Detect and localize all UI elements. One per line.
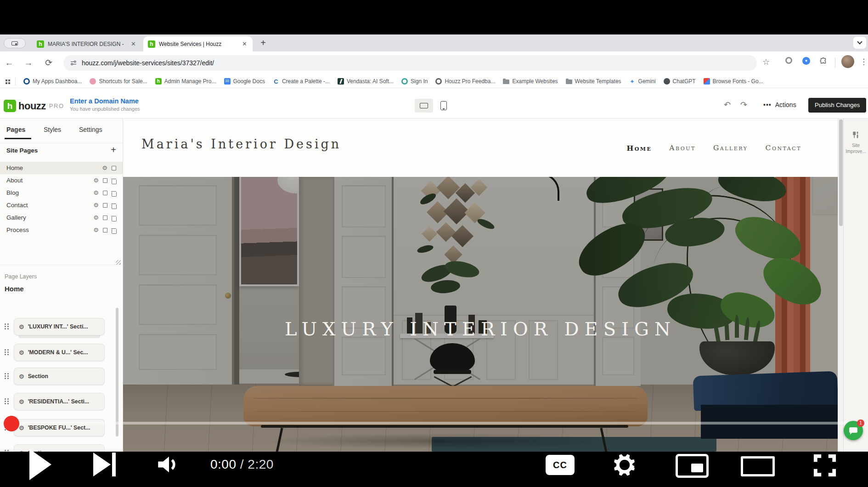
bookmark-star-icon[interactable]: ☆	[762, 57, 770, 67]
profile-avatar[interactable]	[841, 55, 854, 68]
nav-about[interactable]: About	[669, 144, 696, 153]
gear-icon[interactable]: ⚙	[93, 190, 99, 196]
duplicate-icon[interactable]	[103, 191, 107, 195]
hero-section[interactable]: LUXURY INTERIOR DESIGN	[123, 177, 838, 452]
gear-icon[interactable]: ⚙	[19, 350, 24, 356]
preview-site-header[interactable]: Maria's Interior Design Home About Galle…	[123, 119, 838, 177]
apps-grid-icon[interactable]	[6, 79, 7, 81]
duplicate-icon[interactable]	[103, 228, 107, 232]
new-tab-button[interactable]: +	[257, 37, 269, 49]
extension-icon[interactable]	[785, 57, 792, 64]
bookmark-vendasta[interactable]: Vendasta: AI Soft...	[336, 78, 395, 85]
nav-contact[interactable]: Contact	[766, 144, 801, 153]
chat-fab[interactable]: 1	[844, 421, 863, 440]
gear-icon[interactable]: ⚙	[93, 177, 99, 183]
layer-card-modern[interactable]: ⚙'MODERN & U...' Sec...	[14, 344, 105, 361]
bookmark-gemini[interactable]: ✦Gemini	[627, 78, 658, 85]
trash-icon[interactable]	[112, 178, 116, 184]
actions-menu[interactable]: •••Actions	[763, 101, 796, 108]
sidebar-page-about[interactable]: About ⚙	[0, 174, 123, 187]
duplicate-icon[interactable]	[112, 166, 116, 170]
scrollbar-thumb[interactable]	[839, 119, 843, 226]
sidebar-page-home[interactable]: Home ⚙	[0, 162, 123, 174]
forward-button[interactable]: →	[22, 57, 35, 69]
duplicate-icon[interactable]	[103, 178, 107, 183]
trash-icon[interactable]	[112, 228, 116, 233]
sidebar-scrollbar[interactable]	[116, 308, 118, 436]
site-improve-rail[interactable]: Site Improve...	[843, 119, 868, 452]
tab-styles[interactable]: Styles	[44, 126, 61, 133]
gear-icon[interactable]: ⚙	[19, 425, 24, 431]
browser-menu-icon[interactable]: ⋮	[860, 57, 868, 67]
enter-domain-link[interactable]: Enter a Domain Name	[70, 97, 139, 105]
site-info-icon[interactable]	[70, 59, 77, 67]
gear-icon[interactable]: ⚙	[19, 374, 24, 379]
desktop-view-button[interactable]	[415, 99, 433, 113]
tab-overflow-button[interactable]	[853, 37, 866, 49]
bookmark-admin-manage[interactable]: hAdmin Manage Pro...	[153, 78, 218, 85]
redo-button[interactable]: ↷	[740, 100, 747, 110]
tab-search-button[interactable]	[4, 38, 26, 48]
extensions-puzzle-icon[interactable]	[819, 57, 827, 67]
layer-card-luxury[interactable]: ⚙'LUXURY INT...' Secti...	[14, 318, 105, 335]
bookmark-google-docs[interactable]: Google Docs	[222, 78, 267, 85]
drag-handle-icon[interactable]	[5, 373, 6, 374]
settings-button[interactable]	[612, 452, 637, 480]
duplicate-icon[interactable]	[103, 203, 107, 208]
layer-card-section[interactable]: ⚙Section	[14, 368, 105, 385]
refresh-button[interactable]: ⟳	[42, 57, 55, 69]
bookmark-my-apps[interactable]: My Apps Dashboa...	[22, 78, 84, 85]
drag-handle-icon[interactable]	[5, 323, 6, 325]
site-title[interactable]: Maria's Interior Design	[141, 137, 341, 151]
gear-icon[interactable]: ⚙	[93, 227, 99, 233]
gear-icon[interactable]: ⚙	[93, 215, 99, 221]
houzz-pro-logo[interactable]: h houzz PRO	[4, 100, 64, 112]
video-frame[interactable]: h MARIA'S INTERIOR DESIGN - ✕ h Website …	[0, 34, 868, 452]
bookmark-example-websites[interactable]: Example Websites	[501, 78, 559, 85]
drag-handle-icon[interactable]	[5, 450, 6, 451]
miniplayer-button[interactable]	[676, 454, 709, 478]
bookmark-chatgpt[interactable]: ChatGPT	[662, 78, 698, 85]
seek-bar[interactable]	[0, 422, 868, 425]
tab-marias-interior-design[interactable]: h MARIA'S INTERIOR DESIGN - ✕	[32, 37, 141, 51]
gear-icon[interactable]: ⚙	[19, 324, 24, 330]
drag-handle-icon[interactable]	[5, 349, 6, 351]
bookmark-shortcuts[interactable]: Shortcuts for Sale...	[88, 78, 149, 85]
volume-button[interactable]	[156, 453, 182, 477]
close-tab-icon[interactable]: ✕	[130, 40, 137, 47]
add-page-button[interactable]: +	[111, 145, 116, 155]
bookmark-website-templates[interactable]: Website Templates	[564, 78, 623, 85]
fullscreen-button[interactable]	[812, 453, 838, 480]
sidebar-page-blog[interactable]: Blog ⚙	[0, 187, 123, 199]
back-button[interactable]: ←	[3, 57, 16, 69]
gear-icon[interactable]: ⚙	[93, 202, 99, 208]
bookmark-create-palette[interactable]: CCreate a Palette -...	[271, 78, 332, 85]
sidebar-page-gallery[interactable]: Gallery ⚙	[0, 211, 123, 224]
bookmark-sign-in[interactable]: Sign In	[400, 78, 429, 85]
extension-blue-icon[interactable]: ●	[802, 57, 810, 65]
gear-icon[interactable]: ⚙	[102, 165, 107, 171]
trash-icon[interactable]	[112, 215, 116, 221]
mobile-view-button[interactable]	[436, 99, 451, 113]
drag-handle-icon[interactable]	[5, 398, 6, 400]
tab-settings[interactable]: Settings	[79, 126, 102, 133]
publish-changes-button[interactable]: Publish Changes	[808, 98, 866, 113]
seek-scrubber-dot[interactable]	[4, 416, 19, 431]
trash-icon[interactable]	[112, 203, 116, 209]
nav-home[interactable]: Home	[626, 144, 652, 153]
layer-card-residential[interactable]: ⚙'RESIDENTIA...' Secti...	[14, 393, 105, 410]
tab-pages[interactable]: Pages	[6, 126, 25, 133]
tab-website-services[interactable]: h Website Services | Houzz ✕	[143, 36, 253, 51]
gear-icon[interactable]: ⚙	[19, 399, 24, 405]
bookmark-browse-fonts[interactable]: Browse Fonts - Go...	[702, 78, 765, 85]
sidebar-page-process[interactable]: Process ⚙	[0, 224, 123, 236]
undo-button[interactable]: ↶	[724, 100, 731, 110]
sidebar-page-contact[interactable]: Contact ⚙	[0, 199, 123, 211]
site-preview[interactable]: Maria's Interior Design Home About Galle…	[123, 119, 838, 452]
nav-gallery[interactable]: Gallery	[713, 144, 748, 153]
trash-icon[interactable]	[112, 191, 116, 196]
play-button[interactable]	[29, 449, 51, 480]
duplicate-icon[interactable]	[103, 215, 107, 220]
address-bar[interactable]: houzz.com/j/website-services/sites/37327…	[63, 55, 757, 71]
bookmark-houzz-feedback[interactable]: Houzz Pro Feedba...	[434, 78, 497, 85]
